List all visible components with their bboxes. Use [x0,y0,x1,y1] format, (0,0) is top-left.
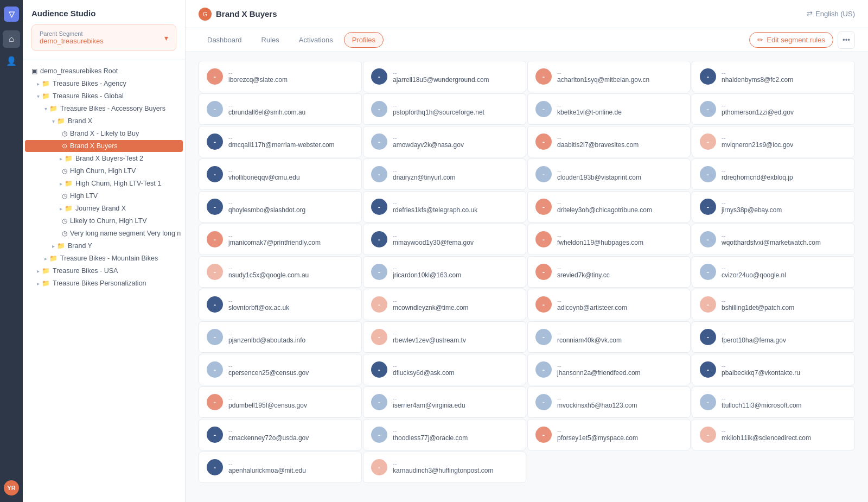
profile-card[interactable]: - -- iborezcq@slate.com [199,61,362,92]
profile-card[interactable]: - -- acharlton1syq@mitbeian.gov.cn [527,61,691,92]
profile-card[interactable]: - -- adiceynb@artisteer.com [527,289,691,320]
profile-card[interactable]: - -- wqotthardsfvxi@marketwatch.com [692,224,855,255]
profile-card[interactable]: - -- amowdayv2k@nasa.gov [363,126,526,157]
profile-card[interactable]: - -- ajarrell18u5@wunderground.com [363,61,526,92]
profile-label: -- [393,232,518,239]
sidebar-item-brandx[interactable]: ▾ 📁 Brand X [25,115,183,127]
profile-card[interactable]: - -- rconniam40k@vk.com [527,321,691,353]
parent-segment-selector[interactable]: Parent Segment demo_treasurebikes ▾ [31,24,176,51]
profile-label: -- [557,265,682,271]
sidebar-item-likelybuy[interactable]: ◷ Brand X - Likely to Buy [25,128,183,139]
profile-info: -- slovntorbft@ox.ac.uk [228,297,354,312]
profile-info: -- clouden193b@vistaprint.com [557,167,682,181]
profile-card[interactable]: - -- iserrier4am@virginia.edu [363,386,526,418]
sidebar-item-highchurn[interactable]: ◷ High Churn, High LTV [25,165,183,177]
sidebar-item-brandxtest2[interactable]: ▸ 📁 Brand X Buyers-Test 2 [25,152,183,164]
profile-card[interactable]: - -- jirnys38p@ebay.com [692,191,855,223]
profile-card[interactable]: - -- dmcqall117h@merriam-webster.com [199,126,362,157]
profile-card[interactable]: - -- nhaldenbyms8@fc2.com [692,61,855,92]
sidebar-item-mountain[interactable]: ▸ 📁 Treasure Bikes - Mountain Bikes [25,252,183,264]
profile-card[interactable]: - -- bshilling1det@patch.com [692,289,855,320]
user-avatar[interactable]: YR [4,480,19,495]
profile-card[interactable]: - -- slovntorbft@ox.ac.uk [199,289,362,320]
profile-label: -- [393,102,518,109]
sidebar-item-highltv[interactable]: ◷ High LTV [25,190,183,202]
profile-card[interactable]: - -- cmackenney72o@usda.gov [199,419,362,450]
avatar: - [700,296,716,313]
profile-card[interactable]: - -- rdreqhorncnd@exbloq.jp [692,158,855,190]
profile-card[interactable]: - -- cpersencen25@census.gov [199,354,362,385]
app-title: Audience Studio [31,9,176,18]
tab-activations[interactable]: Activations [290,30,342,50]
more-options-button[interactable]: ••• [838,31,855,49]
tree-type-icon: 📁 [42,80,50,87]
profile-card[interactable]: - -- driteley3oh@chicagotribune.com [527,191,691,223]
profile-label: -- [722,69,847,76]
profile-card[interactable]: - -- vholliboneqqv@cmu.edu [199,158,362,190]
profile-card[interactable]: - -- cvizor24uo@qoogle.nl [692,256,855,288]
profile-card[interactable]: - -- cbrundall6el@smh.com.au [199,93,362,125]
avatar: - [371,199,387,215]
sidebar-header: Audience Studio Parent Segment demo_trea… [23,0,185,60]
profile-card[interactable]: - -- rbewlev1zev@ustream.tv [363,321,526,353]
profile-info: -- nsudy1c5x@qoogle.com.au [228,265,354,279]
sidebar-item-highchurntest[interactable]: ▸ 📁 High Churn, High LTV-Test 1 [25,177,183,189]
profile-card[interactable]: - -- apenhalurickmoa@mit.edu [199,452,362,483]
tree-type-icon: ◷ [62,230,67,237]
sidebar-item-brandy[interactable]: ▸ 📁 Brand Y [25,240,183,252]
sidebar-item-agency[interactable]: ▸ 📁 Treasure Bikes - Agency [25,78,183,90]
tab-profiles[interactable]: Profiles [344,32,384,48]
profile-card[interactable]: - -- karnaudinch3@huffingtonpost.com [363,452,526,483]
profile-card[interactable]: - -- kbetke1vl@t-online.de [527,93,691,125]
profile-card[interactable]: - -- pbalbeckkq7@vkontakte.ru [692,354,855,385]
sidebar-item-brandxbuyers[interactable]: ⊙ Brand X Buyers [25,140,183,152]
profile-card[interactable]: - -- clouden193b@vistaprint.com [527,158,691,190]
tree-expand-icon: ▸ [44,256,47,262]
profile-card[interactable]: - -- mcowndleyznk@time.com [363,289,526,320]
profile-card[interactable]: - -- daabitis2l7@bravesites.com [527,126,691,157]
profile-info: -- mviqneron21s9@loc.gov [722,135,847,149]
profile-card[interactable]: - -- fperot10ha@fema.gov [692,321,855,353]
profile-card[interactable]: - -- qhoylesmbo@slashdot.org [199,191,362,223]
edit-segment-button[interactable]: ✏ Edit segment rules [749,32,833,48]
profile-card[interactable]: - -- thoodless77j@oracle.com [363,419,526,450]
nav-users-icon[interactable]: 👤 [3,52,20,69]
sidebar-item-usa[interactable]: ▸ 📁 Treasure Bikes - USA [25,265,183,277]
sidebar-item-root[interactable]: ▣ demo_treasurebikes Root [25,65,183,77]
profile-card[interactable]: - -- nsudy1c5x@qoogle.com.au [199,256,362,288]
profile-card[interactable]: - -- jricardon10kl@163.com [363,256,526,288]
tree-item-label: Journey Brand X [75,205,126,212]
profile-label: -- [722,102,847,109]
profile-label: -- [722,330,847,336]
profile-card[interactable]: - -- srevied7k@tiny.cc [527,256,691,288]
profile-card[interactable]: - -- mkiloh11ik@sciencedirect.com [692,419,855,450]
profile-card[interactable]: - -- mmaywood1y30@fema.gov [363,224,526,255]
tab-rules[interactable]: Rules [253,30,288,50]
profile-card[interactable]: - -- pforsey1et5@myspace.com [527,419,691,450]
profile-card[interactable]: - -- dnairyzn@tinyurl.com [363,158,526,190]
sidebar-item-likelychurn[interactable]: ◷ Likely to Churn, High LTV [25,215,183,227]
sidebar-item-journeybrandx[interactable]: ▸ 📁 Journey Brand X [25,202,183,214]
profile-card[interactable]: - -- pstopforthq1h@sourceforge.net [363,93,526,125]
profile-card[interactable]: - -- jmanicomak7@printfriendly.com [199,224,362,255]
profile-card[interactable]: - -- jhansonn2a@friendfeed.com [527,354,691,385]
profile-card[interactable]: - -- fwheldon119@hubpages.com [527,224,691,255]
tree-item-label: Treasure Bikes - Mountain Bikes [60,255,158,262]
profile-card[interactable]: - -- dflucksy6d@ask.com [363,354,526,385]
profile-email: rdefries1kfs@telegraph.co.uk [393,206,518,214]
sidebar-item-personalization[interactable]: ▸ 📁 Treasure Bikes Personalization [25,277,183,289]
profile-card[interactable]: - -- pdumbell195f@census.gov [199,386,362,418]
profile-card[interactable]: - -- rdefries1kfs@telegraph.co.uk [363,191,526,223]
profile-card[interactable]: - -- pthomerson1zzi@ed.gov [692,93,855,125]
sidebar-item-verylong[interactable]: ◷ Very long name segment Very long n [25,227,183,239]
profile-card[interactable]: - -- mvockinsxh5@hao123.com [527,386,691,418]
profile-email: apenhalurickmoa@mit.edu [228,467,354,474]
sidebar-item-accessory[interactable]: ▾ 📁 Treasure Bikes - Accessory Buyers [25,103,183,115]
nav-home-icon[interactable]: ⌂ [3,30,20,48]
profile-card[interactable]: - -- pjanzenlbd@aboutads.info [199,321,362,353]
tab-dashboard[interactable]: Dashboard [199,30,251,50]
language-selector[interactable]: ⇄ English (US) [807,10,855,18]
profile-card[interactable]: - -- mviqneron21s9@loc.gov [692,126,855,157]
profile-card[interactable]: - -- ttulloch11i3@microsoft.com [692,386,855,418]
sidebar-item-global[interactable]: ▾ 📁 Treasure Bikes - Global [25,90,183,102]
